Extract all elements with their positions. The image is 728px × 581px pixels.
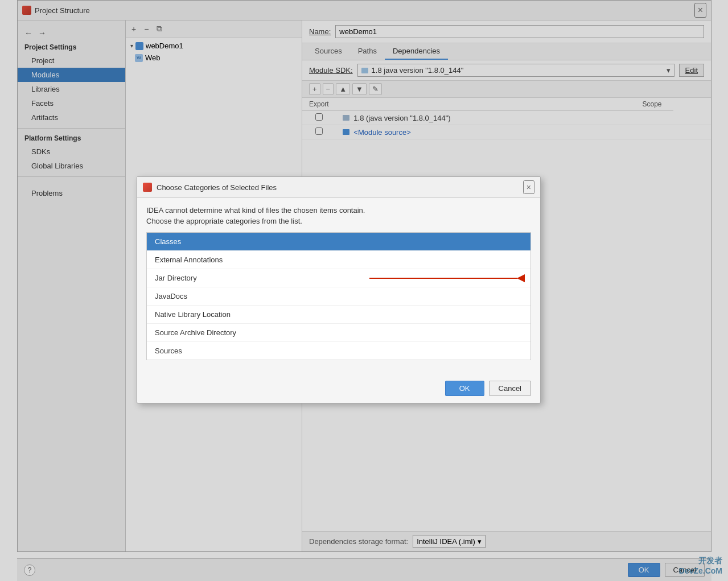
dialog-item-label: Source Archive Directory [155,328,236,337]
dialog-title-bar: Choose Categories of Selected Files × [137,177,540,198]
dialog-item-label: Sources [155,347,182,355]
arrow-tip-icon [517,274,525,282]
dialog-list-item-source-archive[interactable]: Source Archive Directory [147,324,530,342]
dialog-list-item-javadocs[interactable]: JavaDocs [147,287,530,306]
arrow-indicator [369,274,525,282]
dialog-overlay: Choose Categories of Selected Files × ID… [0,0,728,581]
dialog-item-label: JavaDocs [155,292,187,300]
dialog-app-icon [143,183,152,192]
dialog-item-label: Native Library Location [155,310,231,319]
dialog-list-item-classes[interactable]: Classes [147,233,530,251]
dialog-footer: OK Cancel [137,376,540,403]
dialog-list-item-external-annotations[interactable]: External Annotations [147,251,530,269]
dialog-body: IDEA cannot determine what kind of files… [137,198,540,376]
dialog-title-text: Choose Categories of Selected Files [157,183,277,192]
dialog-ok-button[interactable]: OK [445,381,484,396]
dialog-item-label: Jar Directory [155,274,197,282]
arrow-line [369,278,517,279]
dialog-list-item-native-library[interactable]: Native Library Location [147,306,530,324]
dialog-cancel-button[interactable]: Cancel [489,381,531,396]
dialog-list-item-sources[interactable]: Sources [147,342,530,360]
dialog-desc1: IDEA cannot determine what kind of files… [146,206,531,215]
dialog-close-button[interactable]: × [523,180,534,194]
choose-categories-dialog: Choose Categories of Selected Files × ID… [137,176,541,403]
dialog-desc2: Choose the appropriate categories from t… [146,217,531,225]
dialog-list-item-jar-directory[interactable]: Jar Directory [147,269,530,287]
dialog-item-label: External Annotations [155,256,223,264]
dialog-title: Choose Categories of Selected Files [143,183,277,192]
dialog-item-label: Classes [155,237,181,246]
dialog-list: Classes External Annotations Jar Directo… [146,232,531,360]
